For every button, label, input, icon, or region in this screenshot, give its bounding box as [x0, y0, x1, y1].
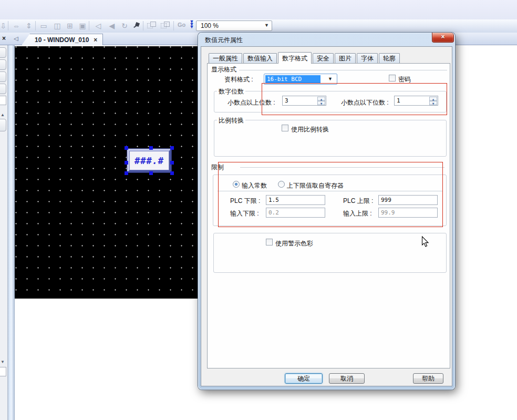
- selection-handle[interactable]: [125, 171, 128, 175]
- tab-profile[interactable]: 轮廓: [379, 53, 400, 63]
- input-low-field[interactable]: 0.2: [266, 208, 325, 218]
- resize-width-icon[interactable]: ◫: [52, 21, 63, 31]
- rotate-icon[interactable]: ↻: [119, 21, 130, 31]
- use-scaling-checkbox[interactable]: [282, 125, 288, 131]
- chevron-down-icon[interactable]: ▼: [264, 23, 269, 28]
- spin-down-icon[interactable]: ▼: [429, 101, 437, 105]
- digits-below-spinner[interactable]: ▲▼: [429, 97, 437, 105]
- digits-above-label: 小数点以上位数 :: [228, 98, 275, 107]
- plc-low-field[interactable]: 1.5: [266, 195, 325, 205]
- scroll-tabs-left-icon[interactable]: ◁: [14, 35, 18, 42]
- limits-inner-rule: [218, 191, 443, 191]
- tab-font[interactable]: 字体: [357, 53, 378, 63]
- scaling-group-label: 比例转换: [217, 116, 245, 125]
- tool-button[interactable]: [0, 47, 6, 58]
- panel-splitter[interactable]: [7, 45, 15, 420]
- tool-button[interactable]: [0, 59, 6, 70]
- tab-number-format[interactable]: 数字格式: [278, 52, 312, 64]
- selection-handle[interactable]: [170, 161, 174, 165]
- input-high-label: 输入上限 :: [343, 209, 372, 218]
- mouse-cursor: [421, 236, 429, 249]
- data-format-combobox[interactable]: 16-bit BCD ▼: [264, 74, 337, 85]
- tab-picture[interactable]: 图片: [335, 53, 356, 63]
- selection-handle[interactable]: [125, 161, 128, 165]
- input-high-field[interactable]: 99.9: [378, 208, 438, 218]
- title-band: [0, 0, 517, 19]
- tab-label: 10 - WINDOW_010: [35, 36, 89, 44]
- use-warning-color-checkbox[interactable]: [266, 239, 273, 245]
- tab-window-010[interactable]: 10 - WINDOW_010 ×: [22, 34, 103, 45]
- scaling-groupbox: 比例转换 使用比例转换: [214, 120, 447, 157]
- input-low-label: 输入下限 :: [230, 209, 259, 218]
- dialog-client-area: 一般属性 数值输入 数字格式 安全 图片 字体 轮廓 显示格式 资料格式 : 1…: [201, 46, 452, 386]
- toolbar-separator: [173, 21, 174, 30]
- spin-up-icon[interactable]: ▲: [317, 97, 325, 101]
- flip-vertical-icon[interactable]: ◁: [93, 21, 104, 31]
- cancel-button[interactable]: 取消: [329, 373, 365, 384]
- tab-close-icon[interactable]: ×: [94, 36, 97, 44]
- ok-button[interactable]: 确定: [285, 373, 323, 384]
- ungroup-icon[interactable]: [161, 22, 170, 29]
- display-format-header: 显示格式: [211, 65, 447, 74]
- toolbar-separator: [89, 21, 89, 30]
- tool-button[interactable]: [0, 71, 6, 82]
- numeric-element-properties-dialog: 数值元件属性 × 一般属性 数值输入 数字格式 安全 图片 字体 轮廓 显示格式…: [198, 33, 455, 390]
- group-icon[interactable]: [147, 22, 157, 29]
- spin-up-icon[interactable]: ▲: [429, 97, 437, 101]
- pin-icon[interactable]: [131, 21, 141, 30]
- digits-below-label: 小数点以下位数 :: [341, 98, 389, 107]
- make-same-height-icon[interactable]: ⇕: [24, 21, 34, 31]
- plc-low-value: 1.5: [268, 197, 279, 203]
- selection-handle[interactable]: [125, 146, 128, 150]
- dialog-close-button[interactable]: ×: [432, 33, 454, 43]
- tab-security[interactable]: 安全: [313, 53, 334, 63]
- limits-from-register-radio[interactable]: [278, 181, 285, 188]
- tool-field[interactable]: [0, 96, 6, 105]
- chevron-down-icon[interactable]: ▼: [328, 76, 333, 81]
- input-low-value: 0.2: [268, 209, 279, 216]
- data-format-value: 16-bit BCD: [265, 75, 320, 83]
- digits-above-spinner[interactable]: ▲▼: [317, 97, 325, 105]
- same-size-icon[interactable]: ▭: [38, 21, 49, 31]
- toolbar-separator: [8, 21, 8, 30]
- selection-handle[interactable]: [170, 146, 174, 150]
- dialog-title: 数值元件属性: [205, 36, 243, 45]
- download-compile-icon[interactable]: ▼▼▼: [188, 21, 195, 28]
- design-canvas[interactable]: ###.#: [15, 46, 198, 299]
- selection-handle[interactable]: [149, 171, 153, 175]
- limits-groupbox: 输入常数 上下限值取自寄存器 PLC 下限 : 1.5 PLC 上限 : 999…: [213, 175, 447, 226]
- help-button[interactable]: 帮助: [413, 373, 443, 384]
- spin-down-icon[interactable]: ▼: [317, 101, 325, 105]
- resize-both-icon[interactable]: ⊞: [65, 21, 75, 31]
- tab-general[interactable]: 一般属性: [209, 53, 242, 63]
- digits-below-field[interactable]: 1 ▲▼: [394, 96, 438, 106]
- flip-horizontal-icon[interactable]: ◀: [107, 21, 117, 31]
- selection-handle[interactable]: [170, 171, 174, 175]
- digits-above-field[interactable]: 3 ▲▼: [282, 96, 326, 106]
- plc-high-field[interactable]: 999: [378, 195, 438, 205]
- scroll-up-icon[interactable]: ▲: [1, 112, 5, 117]
- header-rule: [239, 70, 447, 70]
- make-same-width-icon[interactable]: ⇔: [11, 21, 22, 31]
- align-bottom-icon[interactable]: ⇩: [0, 21, 8, 31]
- password-label: 密码: [398, 75, 411, 84]
- numeric-display-element[interactable]: ###.#: [127, 149, 171, 172]
- close-pane-icon[interactable]: ×: [2, 35, 6, 42]
- zoom-value: 100 %: [201, 22, 219, 29]
- scroll-down-icon[interactable]: ▼: [1, 360, 5, 364]
- limits-rule: [240, 167, 444, 168]
- plc-high-label: PLC 上限 :: [343, 197, 373, 206]
- toolbar-separator: [35, 21, 36, 30]
- go-button[interactable]: Go: [178, 22, 185, 28]
- zoom-combobox[interactable]: 100 % ▼: [196, 21, 272, 31]
- tool-button[interactable]: [0, 84, 6, 94]
- input-high-value: 99.9: [381, 209, 395, 216]
- tool-field[interactable]: [0, 367, 6, 376]
- warning-color-groupbox: 使用警示色彩: [213, 233, 447, 273]
- scrollbar-thumb[interactable]: [0, 119, 6, 131]
- selection-handle[interactable]: [149, 146, 153, 150]
- tab-numeric-input[interactable]: 数值输入: [243, 53, 277, 63]
- password-checkbox[interactable]: [389, 75, 396, 81]
- input-constant-radio[interactable]: [233, 181, 240, 188]
- resize-to-grid-icon[interactable]: ▣: [77, 21, 88, 31]
